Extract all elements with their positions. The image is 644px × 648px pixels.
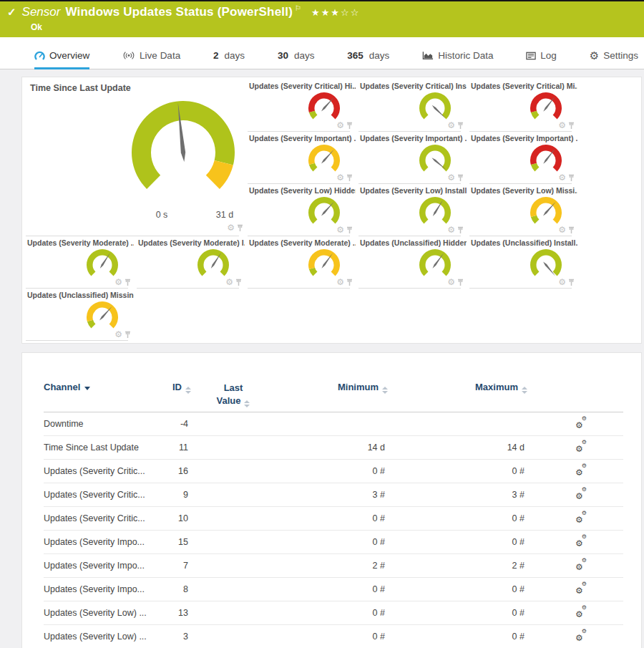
- gauge-tile-title: Updates (Severity Moderate) ...: [249, 238, 356, 247]
- gear-icon[interactable]: ⚙: [336, 121, 344, 130]
- channel-minimum: 0 #: [373, 537, 391, 547]
- tab-live-data[interactable]: Live Data: [122, 50, 180, 69]
- tab-settings[interactable]: ⚙ Settings: [590, 50, 638, 69]
- pin-icon[interactable]: [568, 174, 575, 182]
- tab-log[interactable]: Log: [526, 50, 557, 69]
- tile-icons: ⚙: [114, 278, 131, 286]
- gear-icon[interactable]: ⚙: [558, 121, 566, 130]
- pin-icon[interactable]: [125, 279, 131, 286]
- column-header-last-value[interactable]: Last Value: [215, 382, 252, 407]
- tab-historic-data[interactable]: Historic Data: [422, 50, 493, 69]
- column-header-minimum[interactable]: Minimum: [338, 382, 391, 394]
- tile-icons: ⚙: [447, 173, 464, 182]
- tile-icons: ⚙: [447, 226, 464, 234]
- gauge-tile: Updates (Severity Important) ... ⚙: [248, 132, 358, 184]
- channel-name: Time Since Last Update: [44, 443, 165, 453]
- channel-id: 3: [183, 632, 194, 642]
- tab-label: Log: [540, 50, 557, 61]
- gauge-tile: Updates (Severity Important) ... ⚙: [469, 132, 580, 184]
- gauge-tile: Updates (Severity Moderate) ... ⚙: [26, 236, 137, 289]
- channel-settings-icon[interactable]: ⚙⚙: [575, 535, 587, 547]
- pin-icon[interactable]: [568, 279, 575, 286]
- channel-id: -4: [180, 419, 194, 429]
- tab-number: 2: [213, 50, 219, 61]
- column-label: Last Value: [217, 382, 243, 406]
- tab-overview[interactable]: Overview: [34, 50, 89, 69]
- pin-icon[interactable]: [568, 122, 575, 130]
- tab-number: 365: [347, 50, 364, 61]
- gear-icon[interactable]: ⚙: [558, 278, 566, 286]
- channel-settings-icon[interactable]: ⚙⚙: [575, 629, 587, 642]
- tab-2-days[interactable]: 2 days: [213, 50, 245, 69]
- table-row: Updates (Severity Impo... 8 0 # 0 # ⚙⚙: [44, 578, 623, 601]
- channel-settings-icon[interactable]: ⚙⚙: [575, 417, 587, 429]
- gear-icon: ⚙: [575, 492, 583, 500]
- tab-30-days[interactable]: 30 days: [278, 50, 315, 69]
- pin-icon[interactable]: [237, 224, 243, 232]
- mini-gauge-chart: [412, 195, 458, 229]
- sort-icons: [382, 387, 388, 394]
- tab-365-days[interactable]: 365 days: [347, 50, 389, 69]
- channel-settings-icon[interactable]: ⚙⚙: [575, 606, 587, 618]
- mini-gauge-chart: [301, 142, 347, 177]
- pin-icon[interactable]: [346, 226, 353, 234]
- gear-icon[interactable]: ⚙: [336, 173, 344, 182]
- gauge-tile-title: Updates (Severity Low) Hidden: [249, 186, 356, 195]
- pin-icon[interactable]: [457, 122, 464, 130]
- pin-icon[interactable]: [346, 122, 353, 130]
- sensor-status-text: Ok: [31, 22, 635, 32]
- pin-icon[interactable]: [235, 279, 242, 286]
- channel-settings-icon[interactable]: ⚙⚙: [575, 464, 587, 476]
- gear-icon[interactable]: ⚙: [114, 278, 122, 286]
- gauge-tile: Updates (Severity Critical) Hi... ⚙: [248, 79, 358, 132]
- gauge-tile-title: Updates (Unclassified) Hidden: [360, 238, 467, 247]
- gear-icon[interactable]: ⚙: [336, 278, 344, 286]
- gear-icon[interactable]: ⚙: [114, 330, 122, 339]
- gear-icon[interactable]: ⚙: [558, 226, 566, 234]
- pin-icon[interactable]: [346, 279, 353, 286]
- status-ok-check-icon: ✓: [7, 6, 16, 19]
- gear-icon[interactable]: ⚙: [558, 173, 566, 182]
- channel-settings-icon[interactable]: ⚙⚙: [575, 582, 587, 594]
- channel-settings-icon[interactable]: ⚙⚙: [575, 511, 587, 523]
- column-header-id[interactable]: ID: [172, 382, 194, 394]
- column-header-channel[interactable]: Channel: [44, 382, 90, 392]
- gear-icon[interactable]: ⚙: [447, 173, 455, 182]
- flag-icon[interactable]: ⚐: [295, 4, 301, 12]
- gear-icon[interactable]: ⚙: [225, 278, 233, 286]
- table-row: Updates (Severity Low) ... 3 0 # 0 # ⚙⚙: [44, 625, 623, 648]
- gear-icon: ⚙: [590, 50, 599, 61]
- pin-icon[interactable]: [125, 331, 131, 339]
- table-row: Updates (Severity Critic... 9 3 # 3 # ⚙⚙: [44, 483, 623, 507]
- gear-icon[interactable]: ⚙: [336, 226, 344, 234]
- priority-stars[interactable]: ★★★☆☆: [311, 7, 360, 18]
- pin-icon[interactable]: [346, 174, 353, 182]
- sort-icons: [522, 387, 527, 394]
- gear-icon[interactable]: ⚙: [447, 121, 455, 130]
- channel-settings-icon[interactable]: ⚙⚙: [575, 558, 587, 571]
- channel-maximum: 0 #: [512, 632, 530, 642]
- channel-maximum: 2 #: [512, 561, 530, 571]
- column-header-maximum[interactable]: Maximum: [475, 382, 530, 394]
- gear-icon[interactable]: ⚙: [227, 223, 235, 232]
- mini-gauge-chart: [523, 247, 569, 281]
- gauge-tile-title: Updates (Severity Critical) Mi...: [471, 82, 577, 90]
- gauge-tile: Updates (Severity Low) Missi... ⚙: [469, 184, 580, 236]
- pin-icon[interactable]: [457, 226, 464, 234]
- mini-gauge-chart: [523, 195, 569, 229]
- gear-icon[interactable]: ⚙: [447, 226, 455, 234]
- gear-icon: ⚙: [575, 634, 583, 642]
- channel-settings-icon[interactable]: ⚙⚙: [575, 488, 587, 500]
- gear-icon[interactable]: ⚙: [447, 278, 455, 286]
- pin-icon[interactable]: [457, 174, 464, 182]
- channel-settings-icon[interactable]: ⚙⚙: [575, 440, 587, 453]
- tile-icons: ⚙: [336, 173, 353, 182]
- pin-icon[interactable]: [457, 279, 464, 286]
- gear-icon: ⚙: [582, 629, 587, 634]
- pin-icon[interactable]: [568, 226, 575, 234]
- mini-gauge-row: Updates (Severity Moderate) ... ⚙ Update…: [26, 236, 641, 289]
- channel-name: Updates (Severity Critic...: [44, 490, 165, 500]
- channel-name: Updates (Severity Critic...: [44, 513, 165, 523]
- tile-icons: ⚙: [558, 278, 575, 286]
- gauge-tile-title: Updates (Severity Moderate) I...: [138, 238, 245, 247]
